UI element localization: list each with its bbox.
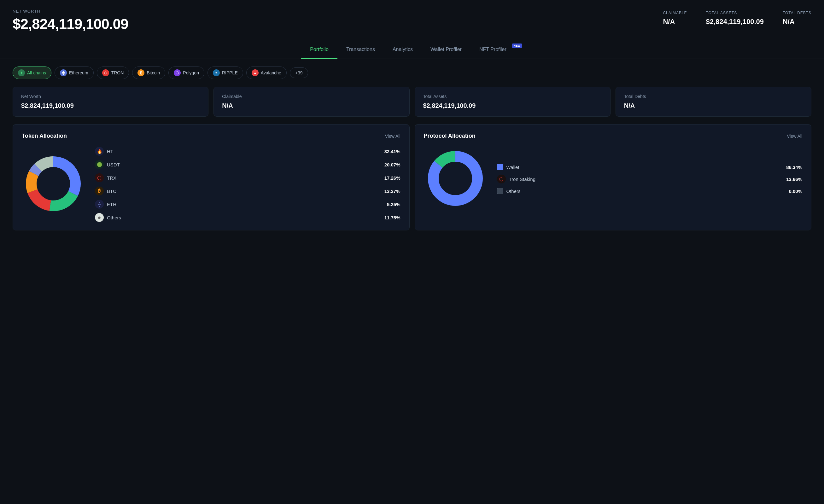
token-allocation-view-all[interactable]: View All: [385, 134, 401, 139]
chain-bitcoin[interactable]: ₿ Bitcoin: [132, 67, 165, 79]
stat-claimable-label: Claimable: [222, 94, 401, 99]
wallet-color: [497, 164, 503, 170]
total-debts-label: TOTAL DEBTS: [783, 11, 811, 15]
bitcoin-icon: ₿: [137, 69, 144, 76]
net-worth-label: NET WORTH: [13, 9, 128, 14]
more-chains-button[interactable]: +39: [290, 68, 308, 78]
total-assets-value: $2,824,119,100.09: [706, 18, 764, 26]
tab-transactions[interactable]: Transactions: [337, 40, 384, 58]
chain-ripple[interactable]: ✦ RIPPLE: [207, 67, 243, 79]
tron-staking-icon: ⬡: [497, 174, 506, 183]
protocol-legend-list: Wallet 86.34% ⬡ Tron Staking 13.66% Othe…: [497, 164, 803, 194]
token-allocation-card: Token Allocation View All: [13, 124, 410, 230]
legend-ht: 🔥 HT 32.41%: [95, 147, 401, 156]
protocol-legend-wallet: Wallet 86.34%: [497, 164, 803, 170]
token-allocation-title: Token Allocation: [22, 133, 67, 139]
stat-claimable-value: N/A: [222, 102, 401, 109]
stat-card-total-debts: Total Debts N/A: [616, 87, 811, 117]
ht-icon: 🔥: [95, 147, 104, 156]
legend-trx: ⬡ TRX 17.26%: [95, 173, 401, 182]
legend-others: ● Others 11.75%: [95, 213, 401, 222]
polygon-icon: ⬡: [174, 69, 181, 76]
top-stats: CLAIMABLE N/A TOTAL ASSETS $2,824,119,10…: [663, 9, 811, 26]
protocol-legend-tron-staking: ⬡ Tron Staking 13.66%: [497, 174, 803, 183]
protocol-donut-chart: [424, 147, 487, 211]
trx-icon: ⬡: [95, 173, 104, 182]
chain-tron[interactable]: ⬡ TRON: [97, 67, 129, 79]
btc-icon: ₿: [95, 186, 104, 196]
stat-card-net-worth: Net Worth $2,824,119,100.09: [13, 87, 208, 117]
legend-eth: ⟠ ETH 5.25%: [95, 200, 401, 209]
avalanche-icon: ▲: [251, 69, 259, 76]
others-protocol-color: [497, 188, 503, 194]
stat-total-debts-value: N/A: [624, 102, 803, 109]
token-allocation-content: 🔥 HT 32.41% 🟢 USDT 20.07% ⬡ TRX 17.26% ₿…: [22, 147, 401, 222]
legend-btc: ₿ BTC 13.27%: [95, 186, 401, 196]
usdt-icon: 🟢: [95, 160, 104, 169]
chain-avalanche[interactable]: ▲ Avalanche: [246, 67, 287, 79]
stat-net-worth-label: Net Worth: [21, 94, 200, 99]
stats-cards-row: Net Worth $2,824,119,100.09 Claimable N/…: [0, 87, 824, 124]
tron-icon: ⬡: [102, 69, 109, 76]
stat-total-assets-label: Total Assets: [423, 94, 602, 99]
tab-portfolio[interactable]: Portfolio: [301, 40, 337, 58]
protocol-allocation-view-all[interactable]: View All: [787, 134, 802, 139]
claimable-value: N/A: [663, 18, 687, 26]
chain-all-chains[interactable]: ✦ All chains: [13, 67, 51, 79]
total-assets-stat: TOTAL ASSETS $2,824,119,100.09: [706, 11, 764, 26]
tab-analytics[interactable]: Analytics: [384, 40, 422, 58]
total-debts-value: N/A: [783, 18, 811, 26]
chain-ethereum[interactable]: Ethereum: [55, 67, 94, 79]
top-bar: NET WORTH $2,824,119,100.09 CLAIMABLE N/…: [0, 0, 824, 40]
tab-nft-profiler[interactable]: NFT Profiler NEW: [471, 40, 523, 58]
eth-icon: ⟠: [95, 200, 104, 209]
chain-polygon[interactable]: ⬡ Polygon: [169, 67, 204, 79]
claimable-label: CLAIMABLE: [663, 11, 687, 15]
protocol-legend-others: Others 0.00%: [497, 188, 803, 194]
protocol-allocation-content: Wallet 86.34% ⬡ Tron Staking 13.66% Othe…: [424, 147, 803, 211]
token-allocation-header: Token Allocation View All: [22, 133, 401, 139]
protocol-allocation-title: Protocol Allocation: [424, 133, 476, 139]
claimable-stat: CLAIMABLE N/A: [663, 11, 687, 26]
token-donut-chart: [22, 152, 85, 217]
svg-marker-0: [62, 71, 65, 74]
total-assets-label: TOTAL ASSETS: [706, 11, 764, 15]
protocol-allocation-header: Protocol Allocation View All: [424, 133, 803, 139]
net-worth-section: NET WORTH $2,824,119,100.09: [13, 9, 128, 32]
stat-card-claimable: Claimable N/A: [213, 87, 409, 117]
legend-usdt: 🟢 USDT 20.07%: [95, 160, 401, 169]
ethereum-icon: [60, 69, 67, 76]
net-worth-value: $2,824,119,100.09: [13, 15, 128, 32]
chains-filter: ✦ All chains Ethereum ⬡ TRON ₿ Bitcoin ⬡…: [0, 59, 824, 87]
stat-total-assets-value: $2,824,119,100.09: [423, 102, 602, 109]
protocol-allocation-card: Protocol Allocation View All Wallet 86.3…: [415, 124, 812, 230]
stat-net-worth-value: $2,824,119,100.09: [21, 102, 200, 109]
others-icon: ●: [95, 213, 104, 222]
allocations-row: Token Allocation View All: [0, 124, 824, 243]
total-debts-stat: TOTAL DEBTS N/A: [783, 11, 811, 26]
ripple-icon: ✦: [213, 69, 220, 76]
stat-card-total-assets: Total Assets $2,824,119,100.09: [415, 87, 611, 117]
new-badge: NEW: [512, 43, 522, 48]
stat-total-debts-label: Total Debts: [624, 94, 803, 99]
token-legend-list: 🔥 HT 32.41% 🟢 USDT 20.07% ⬡ TRX 17.26% ₿…: [95, 147, 401, 222]
allchains-icon: ✦: [18, 69, 25, 76]
tab-wallet-profiler[interactable]: Wallet Profiler: [422, 40, 471, 58]
nav-bar: Portfolio Transactions Analytics Wallet …: [0, 40, 824, 59]
